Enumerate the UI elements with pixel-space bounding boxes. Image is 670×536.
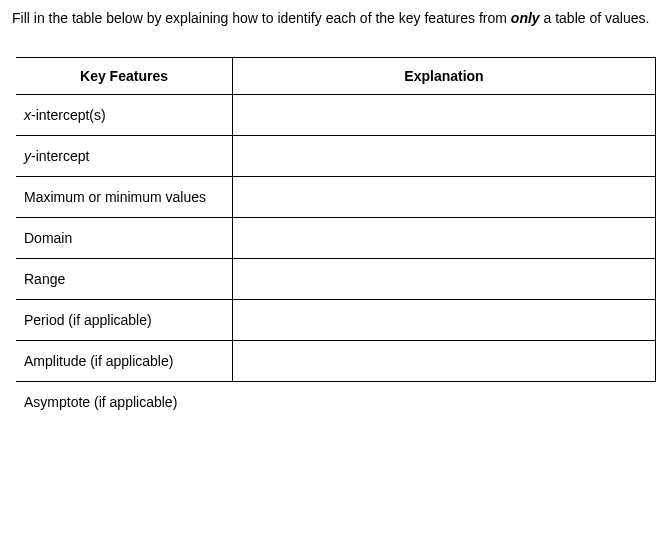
var-letter: y (24, 148, 31, 164)
table-row: y-intercept (16, 136, 656, 177)
cell-explanation[interactable] (233, 300, 656, 341)
feature-rest: Asymptote (if applicable) (24, 394, 177, 410)
cell-explanation[interactable] (233, 177, 656, 218)
cell-feature: Asymptote (if applicable) (16, 382, 233, 423)
table-row: Asymptote (if applicable) (16, 382, 656, 423)
cell-explanation[interactable] (233, 382, 656, 423)
table-row: Maximum or minimum values (16, 177, 656, 218)
instruction-emph: only (511, 10, 540, 26)
cell-explanation[interactable] (233, 136, 656, 177)
cell-feature: Period (if applicable) (16, 300, 233, 341)
feature-rest: Period (if applicable) (24, 312, 152, 328)
cell-explanation[interactable] (233, 259, 656, 300)
feature-rest: Range (24, 271, 65, 287)
instruction-post: a table of values. (540, 10, 650, 26)
cell-feature: Maximum or minimum values (16, 177, 233, 218)
table-header-row: Key Features Explanation (16, 58, 656, 95)
feature-rest: Maximum or minimum values (24, 189, 206, 205)
feature-rest: Domain (24, 230, 72, 246)
table-row: Period (if applicable) (16, 300, 656, 341)
instruction-pre: Fill in the table below by explaining ho… (12, 10, 511, 26)
table-row: Domain (16, 218, 656, 259)
table-row: x-intercept(s) (16, 95, 656, 136)
cell-feature: Amplitude (if applicable) (16, 341, 233, 382)
cell-explanation[interactable] (233, 218, 656, 259)
cell-feature: x-intercept(s) (16, 95, 233, 136)
features-table: Key Features Explanation x-intercept(s) … (16, 57, 656, 422)
feature-rest: Amplitude (if applicable) (24, 353, 173, 369)
instruction-text: Fill in the table below by explaining ho… (12, 8, 658, 29)
var-letter: x (24, 107, 31, 123)
cell-explanation[interactable] (233, 341, 656, 382)
cell-explanation[interactable] (233, 95, 656, 136)
feature-rest: -intercept(s) (31, 107, 106, 123)
cell-feature: Domain (16, 218, 233, 259)
header-key-features: Key Features (16, 58, 233, 95)
cell-feature: y-intercept (16, 136, 233, 177)
table-row: Range (16, 259, 656, 300)
header-explanation: Explanation (233, 58, 656, 95)
feature-rest: -intercept (31, 148, 89, 164)
table-row: Amplitude (if applicable) (16, 341, 656, 382)
cell-feature: Range (16, 259, 233, 300)
